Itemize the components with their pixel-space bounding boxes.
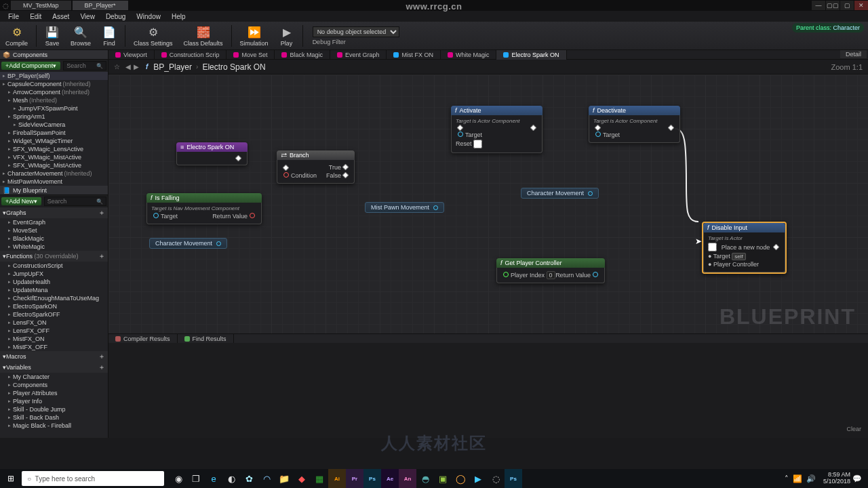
taskbar-search-input[interactable]: ○ Type here to search bbox=[22, 471, 164, 486]
blueprint-item[interactable]: ElectroSparkON bbox=[0, 302, 108, 310]
editor-tab-blueprint[interactable]: BP_Player* bbox=[73, 1, 128, 10]
blueprint-item[interactable]: MistFX_OFF bbox=[0, 343, 108, 351]
close-button[interactable]: ✕ bbox=[854, 1, 868, 10]
component-item[interactable]: Widget_WMagicTimer bbox=[0, 137, 108, 145]
graph-tab[interactable]: White Magic bbox=[441, 50, 497, 60]
true-pin[interactable] bbox=[342, 164, 349, 171]
blueprint-item[interactable]: ElectroSparkOFF bbox=[0, 310, 108, 319]
breadcrumb-current[interactable]: Electro Spark ON bbox=[202, 62, 265, 72]
blueprint-item[interactable]: My Character bbox=[0, 373, 108, 381]
ai-icon[interactable]: Ai bbox=[328, 469, 346, 488]
menu-file[interactable]: File bbox=[3, 13, 24, 20]
graph-tab[interactable]: Event Graph bbox=[330, 50, 387, 60]
add-icon[interactable]: ＋ bbox=[98, 251, 105, 261]
menu-edit[interactable]: Edit bbox=[24, 13, 47, 20]
app-icon[interactable]: ▣ bbox=[434, 469, 452, 488]
excel-icon[interactable]: ▦ bbox=[311, 469, 328, 488]
settings-icon[interactable]: ✿ bbox=[240, 469, 258, 488]
target-pin[interactable] bbox=[153, 213, 159, 218]
chrome-icon[interactable]: ◐ bbox=[222, 469, 240, 488]
cortana-icon[interactable]: ◉ bbox=[170, 469, 187, 488]
place-new-node-checkbox[interactable] bbox=[708, 243, 717, 251]
add-component-button[interactable]: Add Component ▾ bbox=[1, 62, 60, 70]
compiler-results-tab[interactable]: Compiler Results bbox=[108, 334, 178, 344]
explorer-icon[interactable]: 📁 bbox=[275, 469, 293, 488]
menu-window[interactable]: Window bbox=[131, 13, 166, 20]
class-defaults-button[interactable]: 🧱Class Defaults bbox=[178, 22, 229, 50]
pr-icon[interactable]: Pr bbox=[346, 469, 363, 488]
var-out-pin[interactable] bbox=[216, 241, 221, 246]
browse-button[interactable]: 🔍Browse bbox=[65, 22, 96, 50]
node-branch[interactable]: ⮂Branch True ConditionFalse bbox=[277, 150, 355, 184]
wifi-icon[interactable]: 📶 bbox=[793, 474, 802, 483]
exec-in-pin[interactable] bbox=[283, 164, 290, 171]
add-icon[interactable]: ＋ bbox=[98, 352, 105, 361]
target-pin[interactable] bbox=[458, 131, 463, 137]
blueprint-item[interactable]: BlackMagic bbox=[0, 235, 108, 243]
node-is-falling[interactable]: fIs Falling Target is Nav Movement Compo… bbox=[146, 193, 262, 224]
section-header[interactable]: ▾Variables＋ bbox=[0, 362, 108, 373]
component-item[interactable]: ArrowComponent (Inherited) bbox=[0, 88, 108, 96]
onedrive-icon[interactable]: ◠ bbox=[258, 469, 275, 488]
blueprint-item[interactable]: UpdateMana bbox=[0, 286, 108, 294]
section-header[interactable]: ▾Functions (30 Overridable)＋ bbox=[0, 251, 108, 262]
graph-tab[interactable]: Construction Scrip bbox=[155, 50, 227, 60]
blueprint-item[interactable]: WhiteMagic bbox=[0, 243, 108, 251]
blueprint-item[interactable]: MistFX_ON bbox=[0, 335, 108, 343]
add-icon[interactable]: ＋ bbox=[98, 363, 105, 372]
parent-class-badge[interactable]: Parent class: Character bbox=[792, 23, 864, 33]
compile-button[interactable]: ⚙Compile bbox=[0, 22, 33, 50]
exec-out-pin[interactable] bbox=[668, 125, 675, 131]
blueprint-item[interactable]: Skill - Double Jump bbox=[0, 405, 108, 413]
menu-help[interactable]: Help bbox=[166, 13, 191, 20]
volume-icon[interactable]: 🔊 bbox=[806, 474, 816, 483]
blueprint-item[interactable]: UpdateHealth bbox=[0, 278, 108, 286]
tray-chevron-icon[interactable]: ˄ bbox=[785, 474, 789, 483]
debug-object-select[interactable]: No debug object selected bbox=[313, 26, 399, 37]
component-item[interactable]: FireballSpawnPoint bbox=[0, 129, 108, 137]
var-mist-pawn-movement[interactable]: Mist Pawn Movement bbox=[365, 202, 444, 213]
task-view-icon[interactable]: ❐ bbox=[187, 469, 205, 488]
var-out-pin[interactable] bbox=[433, 205, 438, 210]
components-search-input[interactable]: Search bbox=[63, 61, 106, 70]
component-item[interactable]: CharacterMovement (Inherited) bbox=[0, 169, 108, 178]
edge-icon[interactable]: e bbox=[205, 469, 222, 488]
component-item[interactable]: MistPawnMovement bbox=[0, 178, 108, 186]
component-item[interactable]: SFX_WMagic_LensActive bbox=[0, 145, 108, 153]
component-item[interactable]: SpringArm1 bbox=[0, 113, 108, 121]
graph-canvas[interactable]: ≡Electro Spark ON ⮂Branch True Condition… bbox=[108, 75, 868, 333]
exec-in-pin[interactable] bbox=[595, 125, 601, 131]
app-icon[interactable]: ◓ bbox=[416, 469, 434, 488]
add-new-button[interactable]: Add New ▾ bbox=[1, 197, 41, 205]
app-icon[interactable]: ▶ bbox=[469, 469, 487, 488]
exec-in-pin[interactable] bbox=[457, 125, 464, 131]
ps-icon[interactable]: Ps bbox=[363, 469, 381, 488]
var-out-pin[interactable] bbox=[588, 191, 593, 196]
section-header[interactable]: ▾Graphs＋ bbox=[0, 207, 108, 218]
find-results-tab[interactable]: Find Results bbox=[178, 334, 234, 344]
restore-button[interactable]: ▢▢ bbox=[826, 1, 840, 10]
false-pin[interactable] bbox=[342, 172, 349, 179]
class-settings-button[interactable]: ⚙Class Settings bbox=[128, 22, 178, 50]
component-item[interactable]: JumpVFXSpawnPoint bbox=[0, 104, 108, 113]
node-disable-input[interactable]: fDisable Input Target is Actor Place a n… bbox=[702, 222, 787, 274]
app-icon[interactable]: ◯ bbox=[452, 469, 469, 488]
blueprint-item[interactable]: JumpUpFX bbox=[0, 270, 108, 278]
node-electro-spark-on[interactable]: ≡Electro Spark ON bbox=[176, 142, 248, 165]
blueprint-item[interactable]: Player Info bbox=[0, 397, 108, 405]
node-get-player-controller[interactable]: fGet Player Controller Player Index 0Ret… bbox=[496, 258, 605, 283]
favorite-icon[interactable]: ☆ bbox=[114, 63, 120, 70]
blueprint-item[interactable]: Player Attributes bbox=[0, 389, 108, 397]
exec-out-pin[interactable] bbox=[530, 125, 537, 131]
graph-tab[interactable]: Move Set bbox=[226, 50, 275, 60]
condition-pin[interactable] bbox=[283, 172, 289, 178]
clear-button[interactable]: Clear bbox=[846, 426, 861, 432]
graph-tab[interactable]: Black Magic bbox=[275, 50, 330, 60]
graph-tab[interactable]: Electro Spark ON bbox=[496, 50, 566, 60]
return-pin[interactable] bbox=[593, 272, 598, 277]
blueprint-item[interactable]: ConstructionScript bbox=[0, 262, 108, 270]
component-item[interactable]: SFX_WMagic_MistActive bbox=[0, 161, 108, 169]
component-item[interactable]: VFX_WMagic_MistActive bbox=[0, 153, 108, 161]
player-index-pin[interactable] bbox=[503, 272, 509, 277]
component-item[interactable]: CapsuleComponent (Inherited) bbox=[0, 80, 108, 88]
